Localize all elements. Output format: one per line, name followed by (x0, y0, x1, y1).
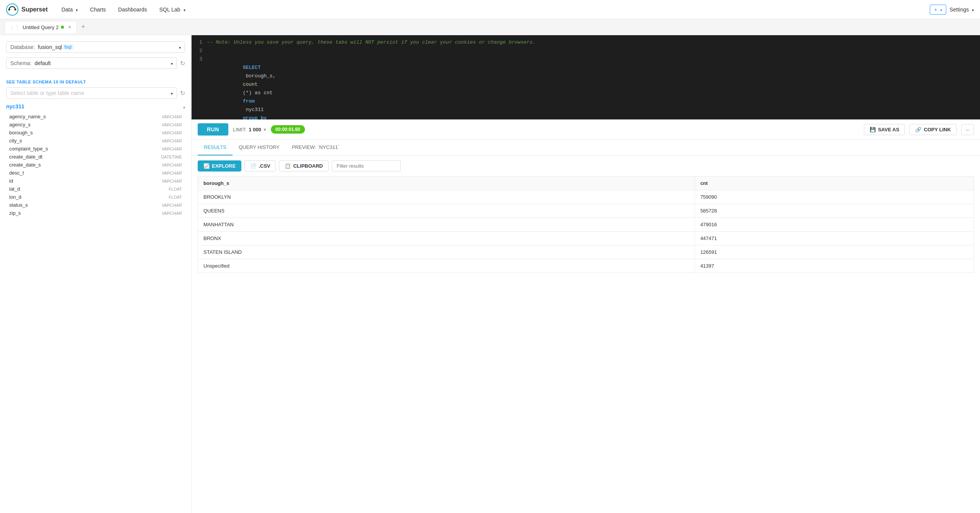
code-line-2 (207, 47, 977, 55)
table-chevron (169, 90, 173, 96)
column-type: VARCHAR (162, 203, 182, 207)
nav-data[interactable]: Data (57, 3, 82, 16)
table-row: borough_sVARCHAR (6, 129, 185, 137)
tab-query-history[interactable]: QUERY HISTORY (233, 140, 286, 155)
app-name: Superset (21, 6, 48, 13)
schema-chevron (169, 60, 173, 66)
limit-dropdown-button[interactable]: ▾ (264, 127, 266, 132)
results-table-head: borough_s cnt (198, 176, 974, 190)
run-button[interactable]: RUN (198, 123, 228, 136)
keyword-select: SELECT (243, 65, 261, 70)
cell-borough-s: Unspecified (198, 259, 695, 273)
table-row: lat_dFLOAT (6, 185, 185, 193)
clipboard-icon: 📋 (285, 163, 291, 169)
column-type: DATETIME (161, 155, 182, 159)
table-form-group: Select table or type table name ↻ (6, 87, 185, 99)
table-ref: nyc311 (243, 107, 267, 113)
table-row: MANHATTAN479016 (198, 218, 974, 232)
tab-close-icon[interactable]: ✕ (68, 25, 72, 30)
tab-preview[interactable]: PREVIEW: `NYC311` (286, 140, 346, 155)
code-line-1: -- Note: Unless you save your query, the… (207, 38, 977, 47)
table-select[interactable]: Select table or type table name (6, 87, 177, 99)
nav-right: + Settings (930, 5, 974, 15)
see-table-schema-header: SEE TABLE SCHEMA 10 IN DEFAULT (6, 80, 185, 84)
sql-editor[interactable]: 1 2 3 -- Note: Unless you save your quer… (192, 35, 980, 119)
add-tab-button[interactable]: + (78, 21, 88, 33)
table-collapse-icon[interactable] (183, 103, 185, 109)
cell-cnt: 447471 (695, 232, 973, 245)
cell-cnt: 41397 (695, 259, 973, 273)
nav-settings-button[interactable]: Settings (949, 7, 974, 13)
table-row: status_sVARCHAR (6, 201, 185, 209)
csv-button[interactable]: 📄 .CSV (244, 160, 276, 172)
database-form-group: Database: fusion_sql fsql (6, 41, 185, 53)
column-type: VARCHAR (162, 211, 182, 216)
main-layout: Database: fusion_sql fsql Schema: defaul… (0, 35, 980, 513)
schema-label: Schema: (10, 60, 31, 66)
cell-borough-s: MANHATTAN (198, 218, 695, 232)
table-row: complaint_type_sVARCHAR (6, 145, 185, 153)
svg-point-1 (8, 8, 10, 10)
table-refresh-button[interactable]: ↻ (180, 90, 185, 97)
column-type: VARCHAR (162, 131, 182, 135)
column-name: agency_name_s (9, 114, 46, 119)
table-row: agency_name_sVARCHAR (6, 113, 185, 121)
query-toolbar: RUN LIMIT: 1 000 ▾ 00:00:01.60 💾 SAVE AS… (192, 119, 980, 140)
column-name: lon_d (9, 194, 21, 200)
table-schema-header: nyc311 (6, 103, 185, 109)
cell-borough-s: STATEN ISLAND (198, 245, 695, 259)
column-name: status_s (9, 202, 28, 208)
table-row: lon_dFLOAT (6, 193, 185, 201)
cell-borough-s: BROOKLYN (198, 190, 695, 204)
col-header-borough-s: borough_s (198, 176, 695, 190)
nav-charts[interactable]: Charts (85, 3, 110, 16)
tab-status-dot (61, 26, 64, 29)
filter-results-input[interactable] (332, 160, 401, 172)
tabs-bar: ⋮⋮ Untitled Query 2 ✕ + (0, 19, 980, 35)
plus-chevron (939, 7, 942, 13)
table-row: Unspecified41397 (198, 259, 974, 273)
nav-sqllab[interactable]: SQL Lab (155, 3, 190, 16)
keyword-group: group by (243, 115, 267, 119)
line-numbers: 1 2 3 (192, 38, 207, 119)
column-type: VARCHAR (162, 114, 182, 119)
cell-cnt: 479016 (695, 218, 973, 232)
column-name: zip_s (9, 210, 21, 216)
save-as-button[interactable]: 💾 SAVE AS (864, 124, 905, 135)
column-name: borough_s (9, 130, 33, 136)
column-name: desc_t (9, 170, 24, 176)
code-area[interactable]: -- Note: Unless you save your query, the… (207, 38, 980, 119)
column-type: VARCHAR (162, 147, 182, 151)
copy-link-button[interactable]: 🔗 COPY LINK (910, 124, 957, 135)
results-tabs: RESULTS QUERY HISTORY PREVIEW: `NYC311` (192, 140, 980, 156)
chart-icon: 📈 (203, 163, 210, 169)
explore-button[interactable]: 📈 EXPLORE (198, 160, 241, 172)
column-name: create_date_dt (9, 154, 43, 160)
right-content: 1 2 3 -- Note: Unless you save your quer… (192, 35, 980, 513)
table-row: BROOKLYN759090 (198, 190, 974, 204)
clipboard-button[interactable]: 📋 CLIPBOARD (279, 160, 328, 172)
current-tab[interactable]: ⋮⋮ Untitled Query 2 ✕ (5, 21, 77, 33)
more-options-button[interactable]: ··· (961, 124, 974, 135)
table-row: create_date_sVARCHAR (6, 161, 185, 169)
cell-cnt: 126591 (695, 245, 973, 259)
save-icon: 💾 (870, 127, 876, 132)
table-row: zip_sVARCHAR (6, 209, 185, 217)
table-row: desc_tVARCHAR (6, 169, 185, 177)
nav-plus-button[interactable]: + (930, 5, 946, 15)
nav-sqllab-chevron (182, 7, 185, 13)
tab-results[interactable]: RESULTS (198, 140, 233, 155)
schema-refresh-button[interactable]: ↻ (180, 60, 185, 67)
top-nav: Superset Data Charts Dashboards SQL Lab … (0, 0, 980, 19)
keyword-from: from (243, 98, 255, 104)
results-table-body: BROOKLYN759090QUEENS585728MANHATTAN47901… (198, 190, 974, 273)
link-icon: 🔗 (915, 127, 921, 132)
settings-chevron (970, 7, 974, 13)
database-select[interactable]: Database: fusion_sql fsql (6, 41, 185, 53)
func-args: (*) as cnt (243, 90, 276, 96)
app-logo[interactable]: Superset (6, 3, 48, 16)
nav-dashboards[interactable]: Dashboards (113, 3, 152, 16)
cell-borough-s: BRONX (198, 232, 695, 245)
limit-group: LIMIT: 1 000 ▾ (233, 127, 266, 132)
schema-select[interactable]: Schema: default (6, 57, 177, 69)
